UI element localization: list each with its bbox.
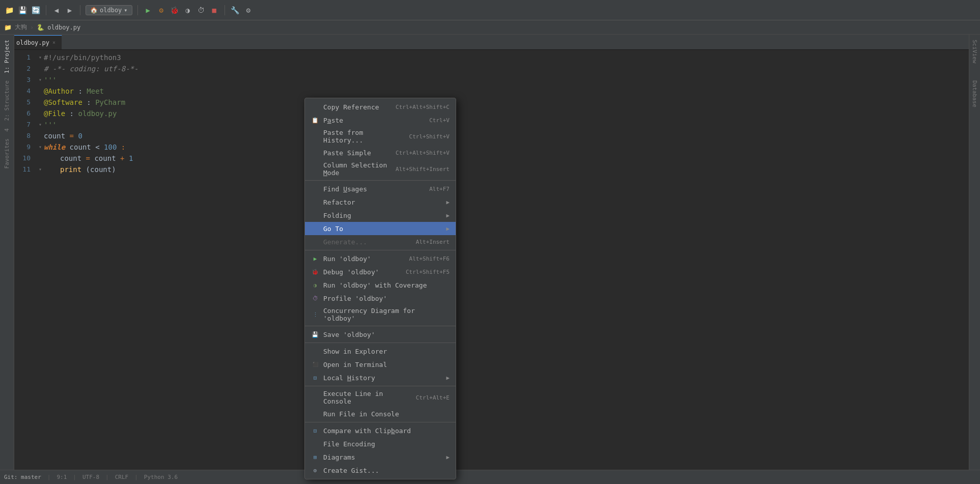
menu-shortcut-exec-line: Ctrl+Alt+E bbox=[416, 394, 450, 401]
menu-item-debug-oldboy[interactable]: 🐞 Debug 'oldboy' Ctrl+Shift+F5 bbox=[305, 265, 456, 278]
status-git[interactable]: Git: master bbox=[4, 474, 41, 480]
sidebar-item-4[interactable]: 4 bbox=[2, 125, 12, 135]
code-text-11: print (count) bbox=[44, 164, 965, 175]
menu-item-refactor[interactable]: Refactor ▶ bbox=[305, 195, 456, 209]
sync-icon[interactable]: 🔄 bbox=[31, 5, 41, 15]
fold-icon-9[interactable]: ▾ bbox=[37, 141, 44, 153]
breadcrumb-file[interactable]: oldboy.py bbox=[47, 24, 80, 31]
create-gist-icon: ⊙ bbox=[311, 466, 319, 474]
code-line-10: 10 count = count + 1 bbox=[14, 153, 969, 164]
local-history-icon: ⊡ bbox=[311, 374, 319, 382]
menu-label-create-gist: Create Gist... bbox=[323, 467, 450, 474]
menu-item-paste-simple[interactable]: Paste Simple Ctrl+Alt+Shift+V bbox=[305, 146, 456, 159]
build-icon[interactable]: ⚙ bbox=[156, 5, 166, 15]
fold-icon-7[interactable]: ▾ bbox=[37, 119, 44, 130]
menu-item-local-history[interactable]: ⊡ Local History ▶ bbox=[305, 371, 456, 384]
code-line-4: 4 @Author : Meet bbox=[14, 86, 969, 97]
toolbar: 📁 💾 🔄 ◀ ▶ 🏠 oldboy ▾ ▶ ⚙ 🐞 ◑ ⏱ ■ 🔧 ⚙ bbox=[0, 0, 980, 20]
project-dropdown[interactable]: 🏠 oldboy ▾ bbox=[86, 5, 132, 15]
toolbar-sep-1 bbox=[46, 5, 46, 15]
menu-shortcut-debug-oldboy: Ctrl+Shift+F5 bbox=[406, 269, 450, 275]
sidebar-item-database[interactable]: Database bbox=[969, 77, 980, 110]
generate-icon bbox=[311, 238, 319, 246]
open-folder-icon[interactable]: 📁 bbox=[4, 5, 14, 15]
menu-item-create-gist[interactable]: ⊙ Create Gist... bbox=[305, 464, 456, 477]
run-coverage-icon: ◑ bbox=[311, 281, 319, 289]
tab-close-button[interactable]: × bbox=[52, 40, 55, 45]
menu-item-paste[interactable]: 📋 Paste Ctrl+V bbox=[305, 113, 456, 127]
menu-item-file-encoding[interactable]: File Encoding bbox=[305, 437, 456, 450]
status-line-col[interactable]: 9:1 bbox=[57, 474, 67, 480]
sidebar-item-sciview[interactable]: SciView bbox=[969, 37, 980, 66]
profile-icon[interactable]: ⏱ bbox=[196, 5, 206, 15]
fold-icon-11[interactable]: ▾ bbox=[37, 164, 44, 175]
menu-item-concurrency[interactable]: ⋮ Concurrency Diagram for 'oldboy' bbox=[305, 305, 456, 324]
compare-clipboard-icon: ⊡ bbox=[311, 426, 319, 435]
menu-item-save-oldboy[interactable]: 💾 Save 'oldboy' bbox=[305, 328, 456, 341]
status-crlf[interactable]: CRLF bbox=[115, 474, 129, 480]
find-usages-icon bbox=[311, 185, 319, 193]
go-to-submenu-arrow: ▶ bbox=[446, 225, 450, 232]
menu-item-run-coverage[interactable]: ◑ Run 'oldboy' with Coverage bbox=[305, 278, 456, 292]
diagrams-icon: ⊞ bbox=[311, 453, 319, 461]
menu-label-paste: Paste bbox=[323, 117, 425, 124]
breadcrumb: 📁 大狗 › 🐍 oldboy.py bbox=[0, 20, 980, 35]
save-icon[interactable]: 💾 bbox=[17, 5, 27, 15]
status-encoding[interactable]: UTF-8 bbox=[82, 474, 99, 480]
coverage-icon[interactable]: ◑ bbox=[183, 5, 193, 15]
line-num-9: 9 bbox=[18, 141, 37, 153]
debug-icon[interactable]: 🐞 bbox=[170, 5, 180, 15]
menu-item-generate: Generate... Alt+Insert bbox=[305, 235, 456, 248]
sidebar-item-structure[interactable]: 2: Structure bbox=[2, 77, 12, 124]
editor-area: 1 ▾ #!/usr/bin/python3 2 # -*- coding: u… bbox=[14, 50, 969, 470]
menu-item-show-explorer[interactable]: Show in Explorer bbox=[305, 345, 456, 358]
show-explorer-icon bbox=[311, 347, 319, 355]
sidebar-item-project[interactable]: 1: Project bbox=[2, 37, 12, 76]
menu-item-paste-history[interactable]: Paste from History... Ctrl+Shift+V bbox=[305, 127, 456, 146]
menu-item-profile-oldboy[interactable]: ⏱ Profile 'oldboy' bbox=[305, 292, 456, 305]
line-num-3: 3 bbox=[18, 74, 37, 86]
tools-icon[interactable]: 🔧 bbox=[230, 5, 240, 15]
breadcrumb-folder-icon: 📁 bbox=[4, 24, 12, 31]
status-sep1: | bbox=[47, 474, 51, 480]
left-sidebar: 1: Project 2: Structure 4 Favorites bbox=[0, 35, 14, 470]
back-icon[interactable]: ◀ bbox=[51, 5, 62, 15]
menu-item-diagrams[interactable]: ⊞ Diagrams ▶ bbox=[305, 450, 456, 464]
file-encoding-icon bbox=[311, 440, 319, 448]
code-line-8: 8 count = 0 bbox=[14, 130, 969, 141]
menu-item-run-oldboy[interactable]: ▶ Run 'oldboy' Alt+Shift+F6 bbox=[305, 252, 456, 265]
sidebar-item-favorites[interactable]: Favorites bbox=[2, 135, 12, 172]
menu-shortcut-paste-history: Ctrl+Shift+V bbox=[409, 133, 450, 140]
menu-item-open-terminal[interactable]: ⬛ Open in Terminal bbox=[305, 358, 456, 371]
fold-icon-1[interactable]: ▾ bbox=[37, 52, 44, 63]
menu-shortcut-column-mode: Alt+Shift+Insert bbox=[396, 166, 450, 173]
status-python[interactable]: Python 3.6 bbox=[144, 474, 178, 480]
menu-label-profile-oldboy: Profile 'oldboy' bbox=[323, 295, 450, 302]
menu-label-file-encoding: File Encoding bbox=[323, 440, 450, 448]
menu-item-exec-line[interactable]: Execute Line in Console Ctrl+Alt+E bbox=[305, 388, 456, 407]
menu-item-compare-clipboard[interactable]: ⊡ Compare with Clipboard bbox=[305, 424, 456, 437]
menu-item-column-mode[interactable]: Column Selection Mode Alt+Shift+Insert bbox=[305, 159, 456, 179]
stop-icon[interactable]: ■ bbox=[209, 5, 219, 15]
menu-item-copy-reference[interactable]: Copy Reference Ctrl+Alt+Shift+C bbox=[305, 100, 456, 113]
menu-item-folding[interactable]: Folding ▶ bbox=[305, 209, 456, 222]
menu-label-run-oldboy: Run 'oldboy' bbox=[323, 255, 405, 263]
menu-label-copy-reference: Copy Reference bbox=[323, 103, 391, 111]
forward-icon[interactable]: ▶ bbox=[65, 5, 75, 15]
line-num-5: 5 bbox=[18, 97, 37, 108]
fold-icon-3[interactable]: ▾ bbox=[37, 74, 44, 86]
menu-shortcut-paste-simple: Ctrl+Alt+Shift+V bbox=[396, 150, 450, 156]
menu-label-paste-simple: Paste Simple bbox=[323, 149, 391, 157]
run-icon[interactable]: ▶ bbox=[143, 5, 153, 15]
breadcrumb-folder[interactable]: 大狗 bbox=[15, 23, 27, 32]
code-text-6: @File : oldboy.py bbox=[44, 108, 965, 119]
open-terminal-icon: ⬛ bbox=[311, 360, 319, 368]
menu-item-run-file-console[interactable]: Run File in Console bbox=[305, 407, 456, 420]
refactor-icon bbox=[311, 198, 319, 206]
menu-item-go-to[interactable]: Go To ▶ bbox=[305, 222, 456, 235]
menu-item-find-usages[interactable]: Find Usages Alt+F7 bbox=[305, 182, 456, 195]
settings-icon[interactable]: ⚙ bbox=[243, 5, 254, 15]
code-line-9: 9 ▾ while count < 100 : bbox=[14, 141, 969, 153]
code-text-10: count = count + 1 bbox=[44, 153, 965, 164]
context-menu: Copy Reference Ctrl+Alt+Shift+C 📋 Paste … bbox=[304, 98, 456, 479]
